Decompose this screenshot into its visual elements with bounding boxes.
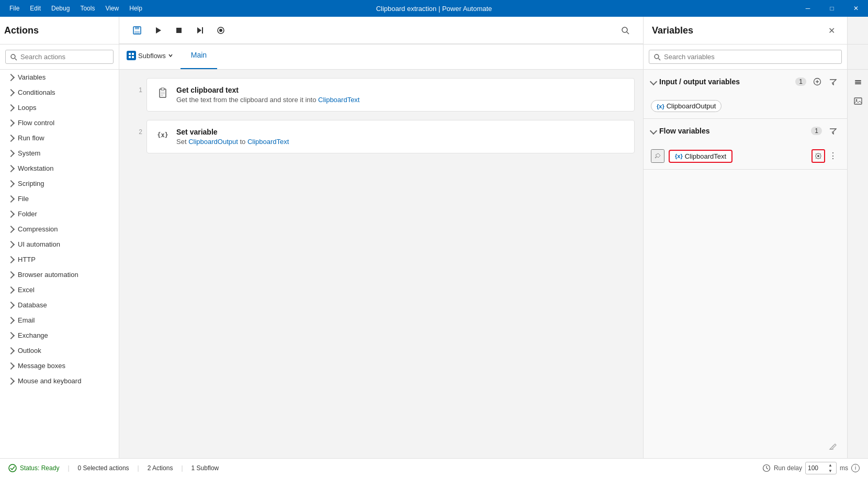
run-delay-control: Run delay 100 ▲ ▼ ms i	[762, 462, 860, 474]
sidebar-item-http[interactable]: HTTP	[0, 252, 119, 267]
sidebar-item-scripting[interactable]: Scripting	[0, 176, 119, 191]
sidebar-item-system[interactable]: System	[0, 146, 119, 161]
canvas-content: 1 Get clipboard text	[119, 70, 643, 458]
clear-button[interactable]	[826, 439, 840, 453]
sidebar-item-ui-automation[interactable]: UI automation	[0, 237, 119, 252]
var-item-clipboard-text: {x} ClipboardText	[651, 147, 840, 165]
variables-search-box[interactable]	[649, 50, 842, 64]
var-section-flow-header[interactable]: Flow variables 1	[644, 119, 847, 143]
search-actions-input[interactable]	[20, 53, 109, 61]
close-button[interactable]: ✕	[844, 0, 868, 17]
sidebar-item-label: Email	[18, 316, 35, 324]
sidebar-item-outlook[interactable]: Outlook	[0, 343, 119, 358]
sidebar-item-excel[interactable]: Excel	[0, 282, 119, 297]
canvas-search-button[interactable]	[616, 21, 635, 40]
image-button[interactable]	[850, 93, 866, 109]
flow-card-2-to: to	[240, 138, 245, 146]
step-button[interactable]	[190, 21, 209, 40]
sidebar-item-label: UI automation	[18, 240, 60, 248]
sidebar-item-flow-control[interactable]: Flow control	[0, 115, 119, 130]
sidebar-item-label: Compression	[18, 225, 58, 233]
svg-line-29	[816, 153, 817, 154]
sidebar-item-variables[interactable]: Variables	[0, 70, 119, 85]
info-icon[interactable]: i	[851, 464, 860, 472]
chevron-icon	[7, 377, 15, 384]
run-button[interactable]	[149, 21, 167, 40]
run-delay-number: 100	[808, 464, 818, 472]
var-item-actions: ⋮	[811, 149, 840, 163]
sidebar-item-conditionals[interactable]: Conditionals	[0, 85, 119, 100]
var-panel-close-button[interactable]: ✕	[824, 23, 839, 38]
maximize-button[interactable]: □	[820, 0, 844, 17]
var-type-icon: {x}	[657, 103, 664, 109]
var-pin-button[interactable]	[651, 149, 664, 163]
menu-view[interactable]: View	[100, 0, 124, 17]
menu-help[interactable]: Help	[124, 0, 148, 17]
chevron-icon	[7, 316, 15, 324]
collapse-icon	[650, 127, 657, 135]
flow-card-1[interactable]: Get clipboard text Get the text from the…	[146, 78, 635, 112]
svg-rect-37	[855, 83, 861, 84]
sidebar-item-exchange[interactable]: Exchange	[0, 328, 119, 343]
menu-edit[interactable]: Edit	[25, 0, 46, 17]
sidebar-item-email[interactable]: Email	[0, 313, 119, 328]
sidebar-item-run-flow[interactable]: Run flow	[0, 130, 119, 146]
subflows-dropdown-button[interactable]: Subflows	[119, 42, 181, 69]
menu-tools[interactable]: Tools	[75, 0, 100, 17]
sidebar-item-compression[interactable]: Compression	[0, 221, 119, 237]
sidebar-item-label: Mouse and keyboard	[18, 377, 81, 385]
svg-rect-20	[161, 88, 164, 90]
svg-rect-6	[202, 27, 203, 34]
run-delay-value[interactable]: 100 ▲ ▼	[805, 462, 837, 474]
tab-main[interactable]: Main	[181, 42, 217, 69]
sidebar-item-loops[interactable]: Loops	[0, 100, 119, 115]
sidebar-item-mouse-keyboard[interactable]: Mouse and keyboard	[0, 373, 119, 389]
canvas-panel: 1 Get clipboard text	[119, 70, 643, 458]
filter-flow-variables-button[interactable]	[826, 124, 840, 138]
var-inspect-button[interactable]	[811, 149, 825, 163]
menu-file[interactable]: File	[4, 0, 25, 17]
search-variables-input[interactable]	[664, 53, 837, 61]
flow-card-2[interactable]: {x} Set variable Set ClipboardOutput to …	[146, 120, 635, 153]
layers-button[interactable]	[850, 74, 866, 91]
menu-debug[interactable]: Debug	[46, 0, 75, 17]
toolbar-area: Actions	[0, 17, 868, 45]
run-delay-up[interactable]: ▲	[827, 462, 834, 468]
var-more-button[interactable]: ⋮	[826, 149, 840, 163]
svg-line-10	[627, 32, 629, 34]
actions-search-box[interactable]	[5, 50, 114, 64]
sidebar-item-file[interactable]: File	[0, 191, 119, 206]
run-delay-down[interactable]: ▼	[827, 468, 834, 474]
save-button[interactable]	[128, 21, 146, 40]
sidebar-item-folder[interactable]: Folder	[0, 206, 119, 221]
var-section-io-header[interactable]: Input / output variables 1	[644, 70, 847, 94]
filter-io-variables-button[interactable]	[826, 75, 840, 88]
var-section-io: Input / output variables 1	[644, 70, 847, 119]
chevron-icon	[7, 286, 15, 293]
svg-rect-15	[129, 56, 131, 58]
var-highlighted-clipboard-text[interactable]: {x} ClipboardText	[669, 150, 732, 163]
svg-rect-13	[129, 53, 131, 55]
sidebar-item-label: Loops	[18, 104, 36, 112]
minimize-button[interactable]: ─	[796, 0, 820, 17]
actions-count: 2 Actions	[148, 464, 173, 472]
chevron-icon	[7, 301, 15, 308]
right-icons-bar	[847, 70, 868, 458]
chevron-icon	[7, 271, 15, 278]
sidebar-item-label: Database	[18, 301, 47, 309]
chevron-icon	[7, 362, 15, 369]
svg-line-31	[820, 153, 821, 154]
more-options-icon: ⋮	[829, 152, 837, 160]
window-controls: ─ □ ✕	[796, 0, 868, 17]
stop-button[interactable]	[170, 21, 188, 40]
sidebar-item-browser-automation[interactable]: Browser automation	[0, 267, 119, 282]
status-text: Status: Ready	[20, 464, 59, 472]
record-button[interactable]	[211, 21, 230, 40]
svg-point-9	[622, 27, 627, 32]
var-chip-clipboard-output[interactable]: {x} ClipboardOutput	[651, 100, 722, 112]
sidebar-item-message-boxes[interactable]: Message boxes	[0, 358, 119, 373]
sidebar-item-database[interactable]: Database	[0, 297, 119, 313]
sidebar-item-workstation[interactable]: Workstation	[0, 161, 119, 176]
add-variable-button[interactable]	[810, 75, 824, 88]
svg-rect-35	[855, 80, 861, 81]
